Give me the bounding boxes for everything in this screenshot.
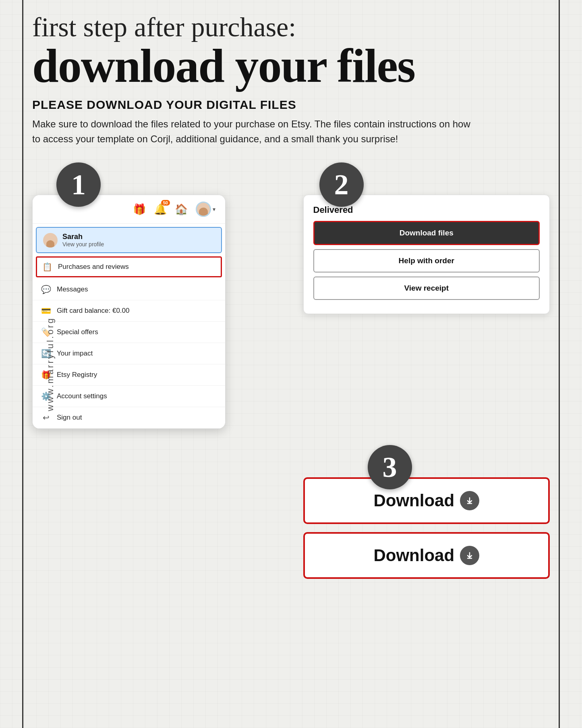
sign-out-icon: ↩: [41, 413, 51, 422]
etsy-screenshot: 🎁 🔔 50 🏠 ▾: [32, 195, 226, 429]
sign-out-label: Sign out: [57, 414, 82, 422]
user-avatar-small: [43, 233, 58, 248]
notification-badge: 50: [161, 200, 170, 206]
step-3-container: 3 Download Download: [303, 445, 550, 587]
avatar-container: ▾: [196, 202, 215, 217]
steps-row: 1 🎁 🔔 50 🏠 ▾: [32, 162, 550, 429]
your-impact-label: Your impact: [57, 349, 93, 358]
messages-icon: 💬: [41, 285, 51, 294]
download-arrow-icon-1: [460, 491, 479, 510]
your-impact-item[interactable]: 🔄 Your impact: [33, 343, 225, 364]
etsy-registry-item[interactable]: 🎁 Etsy Registry: [33, 364, 225, 386]
download-button-2[interactable]: Download: [313, 546, 541, 565]
special-offers-item[interactable]: 🏷️ Special offers: [33, 322, 225, 343]
etsy-registry-label: Etsy Registry: [57, 371, 97, 379]
user-name: Sarah: [62, 233, 104, 241]
special-offers-label: Special offers: [57, 328, 98, 336]
account-settings-item[interactable]: ⚙️ Account settings: [33, 386, 225, 407]
user-info: Sarah View your profile: [62, 233, 104, 248]
order-panel: Delivered Download files Help with order…: [303, 195, 550, 314]
avatar-chevron: ▾: [213, 206, 215, 213]
delivered-status: Delivered: [313, 205, 540, 215]
purchases-label: Purchases and reviews: [58, 263, 129, 271]
step-3-spacer: [32, 445, 279, 587]
etsy-dropdown-menu: Sarah View your profile 📋 Purchases and …: [33, 227, 225, 428]
step-2-number: 2: [319, 162, 364, 207]
left-border-line: [22, 0, 23, 728]
purchases-and-reviews-item[interactable]: 📋 Purchases and reviews: [36, 256, 222, 277]
step-1-container: 1 🎁 🔔 50 🏠 ▾: [32, 162, 279, 429]
etsy-nav-bar: 🎁 🔔 50 🏠 ▾: [33, 195, 225, 224]
user-avatar: [196, 202, 211, 217]
bell-icon: 🔔 50: [154, 203, 167, 216]
user-subtitle: View your profile: [62, 241, 104, 248]
step-1-number: 1: [56, 162, 101, 207]
messages-item[interactable]: 💬 Messages: [33, 279, 225, 300]
step-3-number: 3: [368, 445, 412, 489]
download-button-1-box: Download: [303, 477, 550, 524]
main-content: first step after purchase: download your…: [32, 0, 550, 587]
header-script-line: first step after purchase:: [32, 12, 550, 42]
download-label-2: Download: [373, 546, 454, 565]
gift-card-item[interactable]: 💳 Gift card balance: €0.00: [33, 300, 225, 322]
download-label-1: Download: [373, 491, 454, 510]
download-button-2-box: Download: [303, 532, 550, 579]
download-arrow-icon-2: [460, 546, 479, 565]
user-profile-header[interactable]: Sarah View your profile: [36, 227, 222, 253]
view-receipt-button[interactable]: View receipt: [313, 277, 540, 300]
purchases-icon: 📋: [42, 262, 52, 272]
sign-out-item[interactable]: ↩ Sign out: [33, 407, 225, 428]
home-icon: 🏠: [175, 203, 188, 216]
instruction-title: PLEASE DOWNLOAD YOUR DIGITAL FILES: [32, 98, 550, 112]
download-button-1[interactable]: Download: [313, 491, 541, 510]
messages-label: Messages: [57, 285, 88, 293]
right-border-line: [559, 0, 560, 728]
site-url: www.marryful.org: [45, 317, 56, 411]
download-files-button[interactable]: Download files: [313, 221, 540, 245]
gift-card-label: Gift card balance: €0.00: [57, 307, 130, 315]
help-with-order-button[interactable]: Help with order: [313, 249, 540, 272]
gift-card-icon: 💳: [41, 306, 51, 316]
header-bold-line: download your files: [32, 42, 550, 90]
step-2-container: 2 Delivered Download files Help with ord…: [303, 162, 550, 314]
step-3-wrapper: 3 Download Download: [32, 445, 550, 587]
instruction-body: Make sure to download the files related …: [32, 116, 475, 146]
gift-icon: 🎁: [133, 203, 146, 216]
account-settings-label: Account settings: [57, 392, 107, 400]
